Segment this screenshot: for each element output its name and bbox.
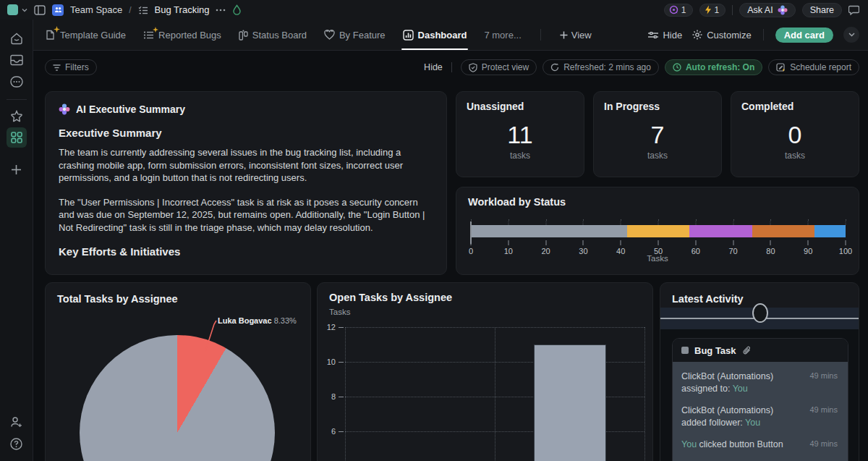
activity-item: You clicked button Button 49 mins	[681, 439, 839, 451]
app-window: Team Space / Bug Tracking 1 1	[0, 0, 868, 461]
customize-button[interactable]: Customize	[692, 30, 751, 41]
you-link[interactable]: You	[733, 384, 748, 394]
y-tick-label: 6	[331, 427, 336, 436]
x-tick	[545, 240, 546, 245]
you-link[interactable]: You	[745, 418, 760, 428]
breadcrumb-page[interactable]: Bug Tracking	[155, 4, 210, 15]
schedule-report-button[interactable]: Schedule report	[768, 59, 859, 75]
x-tick	[471, 240, 472, 245]
collapse-chevron-button[interactable]	[843, 27, 859, 43]
filters-button[interactable]: Filters	[45, 59, 97, 75]
y-tick-label: 12	[327, 323, 336, 331]
hide-filters-button[interactable]: Hide	[424, 62, 443, 72]
x-tick-top	[658, 219, 659, 225]
open-tasks-by-assignee-card: Open Tasks by Assignee Tasks 121086	[317, 282, 653, 461]
workload-xlabel: Tasks	[456, 254, 859, 263]
workload-bar	[471, 225, 846, 237]
hide-columns-button[interactable]: Hide	[648, 30, 682, 41]
open-tasks-chart: 121086	[318, 283, 653, 461]
y-tick	[339, 362, 344, 363]
tab-dashboard[interactable]: Dashboard	[403, 20, 467, 50]
home-icon[interactable]	[7, 28, 27, 48]
total-tasks-by-assignee-card: Total Tasks by Assignee Luka Bogavac 8.3…	[45, 282, 311, 461]
sidebar-toggle-icon[interactable]	[34, 5, 46, 15]
funnel-icon	[53, 64, 61, 71]
tab-status-board[interactable]: Status Board	[239, 20, 307, 50]
more-apps-icon[interactable]	[7, 72, 27, 92]
clock-icon	[673, 63, 681, 72]
vgrid-line	[345, 327, 346, 461]
sliders-icon	[648, 31, 658, 39]
tab-template-guide[interactable]: Template Guide	[45, 20, 126, 50]
timeline-scrubber-handle[interactable]	[752, 303, 768, 323]
summary-paragraph-2: The "User Permissions | Incorrect Access…	[59, 196, 435, 234]
x-tick	[733, 240, 733, 245]
x-tick-top	[733, 219, 733, 225]
x-tick	[808, 240, 809, 245]
you-link[interactable]: You	[681, 439, 697, 449]
invite-user-icon[interactable]	[7, 412, 27, 432]
summary-card-header: AI Executive Summary	[76, 103, 185, 115]
breadcrumb-space[interactable]: Team Space	[70, 4, 122, 15]
ai-flower-icon	[59, 103, 70, 115]
summary-title: Executive Summary	[59, 127, 433, 139]
help-icon[interactable]	[7, 433, 27, 454]
ask-ai-button[interactable]: Ask AI	[739, 3, 795, 17]
y-tick-label: 10	[327, 358, 336, 366]
share-button[interactable]: Share	[802, 3, 842, 17]
x-tick	[621, 240, 621, 245]
add-card-button[interactable]: Add card	[775, 28, 833, 43]
stat-value: 7	[604, 121, 711, 149]
task-title[interactable]: Bug Task	[694, 345, 736, 356]
stat-card-in-progress: In Progress 7 tasks	[593, 91, 722, 177]
chevron-down-icon	[848, 33, 855, 37]
x-tick-top	[808, 219, 809, 225]
add-view-button[interactable]: View	[560, 30, 592, 41]
workload-segment	[752, 225, 814, 237]
x-tick	[508, 240, 509, 245]
x-tick-top	[770, 219, 771, 225]
activity-item: ClickBot (Automations) assigned to: You …	[681, 371, 839, 394]
droplet-icon[interactable]	[232, 4, 242, 15]
favorites-star-icon[interactable]	[7, 106, 27, 126]
workload-segment	[689, 225, 752, 237]
tab-by-feature[interactable]: By Feature	[324, 20, 386, 50]
team-space-icon[interactable]	[52, 4, 64, 16]
y-tick	[339, 397, 344, 397]
y-tick	[339, 431, 344, 432]
refreshed-button[interactable]: Refreshed: 2 mins ago	[542, 59, 659, 75]
activity-time: 49 mins	[809, 405, 838, 414]
more-ellipsis-icon[interactable]	[216, 9, 226, 12]
ai-flower-icon	[778, 5, 788, 15]
view-tabbar: Template Guide Reported Bugs Status Boar…	[33, 20, 868, 51]
stat-label: Completed	[741, 101, 848, 112]
inbox-icon[interactable]	[7, 50, 27, 70]
tab-reported-bugs[interactable]: Reported Bugs	[143, 20, 221, 50]
auto-refresh-toggle[interactable]: Auto refresh: On	[665, 59, 762, 75]
x-tick	[695, 240, 696, 245]
plus-icon	[560, 31, 568, 39]
vgrid-line	[644, 327, 645, 461]
x-tick-top	[695, 219, 696, 225]
lightning-icon	[705, 5, 712, 14]
chat-icon[interactable]	[848, 5, 859, 15]
stat-label: Unassigned	[467, 101, 574, 112]
latest-activity-card: Latest Activity Bug Task ClickBot (Autom…	[660, 282, 859, 461]
add-plus-icon[interactable]	[7, 159, 27, 179]
tabs-more-button[interactable]: 7 more...	[484, 30, 521, 41]
dashboards-grid-icon[interactable]	[7, 127, 27, 148]
stat-value: 0	[741, 121, 848, 149]
x-tick-top	[545, 219, 546, 225]
workload-segment	[471, 225, 627, 237]
agents-badge[interactable]: 1	[664, 4, 693, 17]
workload-segment	[627, 225, 689, 237]
workspace-chevron-down-icon[interactable]	[22, 8, 27, 12]
workspace-avatar[interactable]	[7, 4, 18, 15]
workload-top-ticks	[471, 219, 846, 225]
automations-badge[interactable]: 1	[699, 4, 726, 17]
x-tick	[770, 240, 771, 245]
list-sparkle-icon	[143, 30, 154, 40]
activity-time: 49 mins	[809, 439, 838, 448]
protect-view-button[interactable]: Protect view	[461, 59, 537, 75]
refresh-icon	[550, 63, 559, 72]
